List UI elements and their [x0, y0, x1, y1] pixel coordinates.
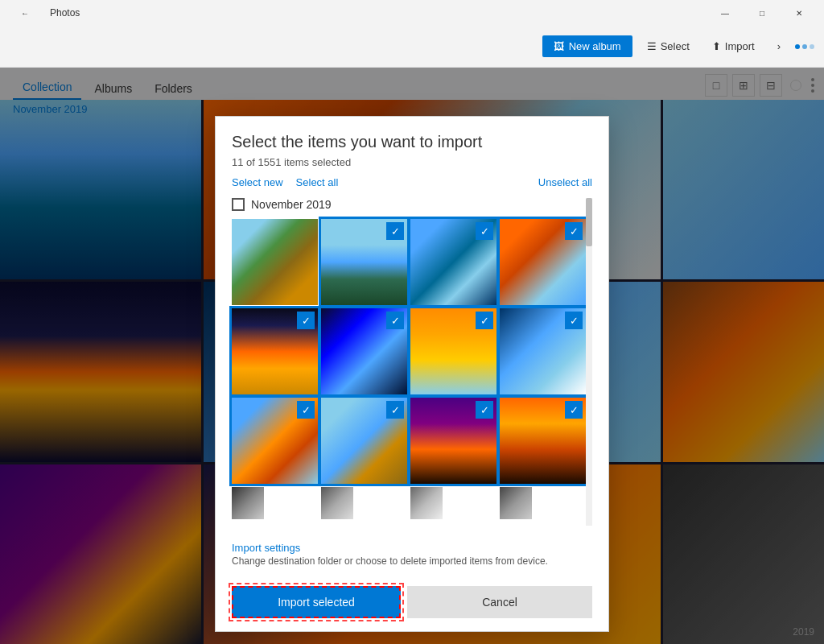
scrollbar-thumb[interactable]	[586, 198, 592, 246]
photo-item-2[interactable]: ✓	[321, 219, 407, 305]
photo-item-6[interactable]: ✓	[321, 308, 407, 394]
main-content: Collection Albums Folders □ ⊞ ⊟ November…	[0, 68, 824, 644]
import-label: Import	[725, 40, 755, 52]
photo-item-12[interactable]: ✓	[500, 398, 586, 484]
select-icon: ☰	[647, 40, 657, 52]
photo-grid-partial	[232, 487, 586, 519]
photo-grid-row3: ✓ ✓ ✓ ✓	[232, 398, 586, 484]
photo-item-10[interactable]: ✓	[321, 398, 407, 484]
photo-item-15[interactable]	[410, 487, 443, 519]
photo-grid-row2: ✓ ✓ ✓ ✓	[232, 308, 586, 394]
close-button[interactable]: ✕	[781, 0, 818, 26]
select-new-link[interactable]: Select new	[232, 176, 283, 188]
dialog-subtitle: 11 of 1551 items selected	[232, 156, 592, 168]
dialog-title: Select the items you want to import	[232, 133, 592, 151]
scroll-content: November 2019 ✓ ✓	[232, 198, 586, 526]
dot3	[810, 44, 814, 49]
title-bar: ← Photos — □ ✕	[0, 0, 824, 26]
check-icon-8: ✓	[565, 312, 583, 329]
dialog-footer: Import selected Cancel	[216, 586, 608, 631]
new-album-label: New album	[569, 40, 621, 52]
window-controls: — □ ✕	[707, 0, 818, 26]
month-checkbox[interactable]	[232, 198, 245, 211]
import-settings-desc: Change destination folder or choose to d…	[232, 555, 592, 567]
dialog-links: Select new Select all Unselect all	[232, 176, 592, 188]
scrollable-area: November 2019 ✓ ✓	[232, 198, 592, 526]
photo-item-7[interactable]: ✓	[410, 308, 496, 394]
photo-item-14[interactable]	[321, 487, 353, 519]
title-bar-left: ← Photos	[6, 0, 80, 26]
import-settings-section: Import settings Change destination folde…	[216, 539, 608, 586]
cancel-button[interactable]: Cancel	[407, 586, 592, 618]
photo-item-5[interactable]: ✓	[232, 308, 318, 394]
import-button[interactable]: ⬆ Import	[704, 35, 763, 57]
toolbar: 🖼 New album ☰ Select ⬆ Import ›	[0, 26, 824, 68]
select-label: Select	[661, 40, 690, 52]
photo-item-4[interactable]: ✓	[500, 219, 586, 305]
dialog-body: Select the items you want to import 11 o…	[216, 117, 608, 539]
check-icon-7: ✓	[476, 312, 493, 329]
unselect-all-link[interactable]: Unselect all	[538, 176, 592, 188]
import-icon: ⬆	[712, 40, 721, 52]
check-icon-4: ✓	[565, 222, 583, 240]
select-all-link[interactable]: Select all	[296, 176, 339, 188]
photo-grid-row1: ✓ ✓ ✓	[232, 219, 586, 305]
check-icon-6: ✓	[386, 312, 404, 329]
new-album-icon: 🖼	[554, 40, 564, 52]
month-checkbox-row: November 2019	[232, 198, 586, 211]
photo-item-1[interactable]	[232, 219, 318, 305]
month-label: November 2019	[251, 198, 332, 211]
check-icon-3: ✓	[476, 222, 493, 240]
back-button[interactable]: ←	[6, 0, 43, 26]
photo-item-13[interactable]	[232, 487, 264, 519]
chevron-right-icon: ›	[777, 40, 781, 52]
import-dialog: Select the items you want to import 11 o…	[215, 116, 609, 632]
dot2	[802, 44, 807, 49]
check-icon-5: ✓	[297, 312, 315, 329]
check-icon-11: ✓	[476, 401, 493, 419]
photo-item-3[interactable]: ✓	[410, 219, 496, 305]
check-icon-12: ✓	[565, 401, 583, 419]
maximize-button[interactable]: □	[744, 0, 781, 26]
import-settings-link[interactable]: Import settings	[232, 542, 592, 554]
chevron-button[interactable]: ›	[769, 35, 789, 57]
photo-item-11[interactable]: ✓	[410, 398, 496, 484]
photo-item-8[interactable]: ✓	[500, 308, 586, 394]
photo-item-9[interactable]: ✓	[232, 398, 318, 484]
photo-item-16[interactable]	[500, 487, 532, 519]
back-icon: ←	[21, 9, 29, 18]
import-selected-button[interactable]: Import selected	[232, 586, 401, 618]
app-title: Photos	[50, 7, 80, 19]
select-button[interactable]: ☰ Select	[639, 35, 698, 57]
dot1	[795, 44, 800, 49]
minimize-button[interactable]: —	[707, 0, 744, 26]
loading-spinner	[795, 44, 814, 49]
dialog-scrollbar[interactable]	[586, 198, 592, 526]
check-icon-10: ✓	[386, 401, 404, 419]
maximize-icon: □	[760, 9, 764, 18]
check-icon-2: ✓	[386, 222, 404, 240]
dialog-links-left: Select new Select all	[232, 176, 338, 188]
close-icon: ✕	[796, 9, 802, 18]
check-icon-9: ✓	[297, 401, 315, 419]
new-album-button[interactable]: 🖼 New album	[542, 35, 632, 57]
minimize-icon: —	[721, 9, 729, 18]
